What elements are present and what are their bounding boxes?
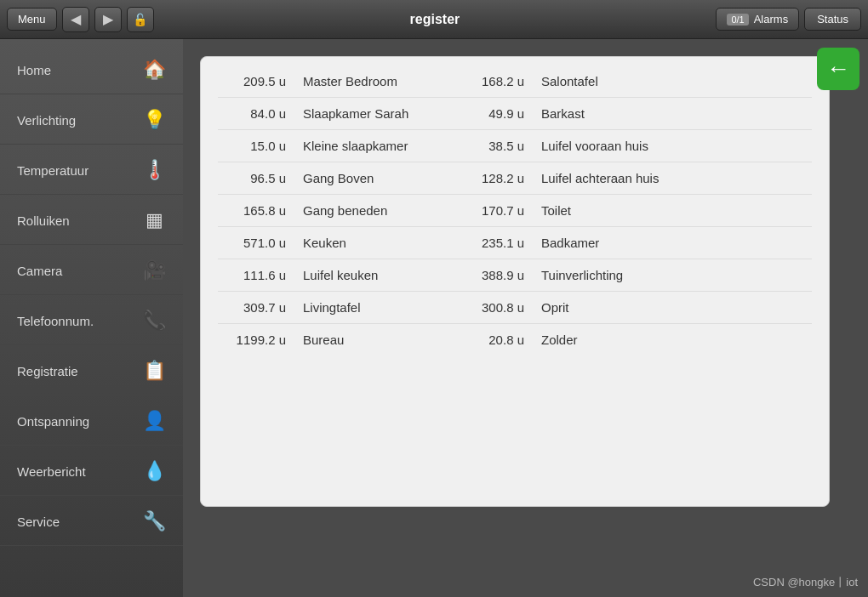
reg-value-left-1: 84.0 u xyxy=(218,106,294,121)
reg-value-left-5: 571.0 u xyxy=(218,236,294,250)
reg-name-right-5: Badkamer xyxy=(533,236,812,250)
sidebar-icon-7: 👤 xyxy=(139,406,169,436)
sidebar-label: Temperatuur xyxy=(17,163,139,178)
sidebar-icon-2: 🌡️ xyxy=(139,155,169,185)
reg-value-left-8: 1199.2 u xyxy=(218,333,294,347)
reg-name-left-4: Gang beneden xyxy=(294,203,456,218)
back-nav-button[interactable]: ◀ xyxy=(62,7,89,32)
sidebar-item-temperatuur[interactable]: Temperatuur 🌡️ xyxy=(0,146,183,195)
sidebar-label: Verlichting xyxy=(17,113,139,128)
table-row: 571.0 u Keuken 235.1 u Badkamer xyxy=(218,227,812,259)
reg-name-left-5: Keuken xyxy=(294,236,456,250)
sidebar-item-weerbericht[interactable]: Weerbericht 💧 xyxy=(0,447,183,496)
reg-name-right-7: Oprit xyxy=(533,300,812,315)
forward-nav-button[interactable]: ▶ xyxy=(94,7,122,32)
reg-value-left-0: 209.5 u xyxy=(218,74,294,88)
reg-name-left-8: Bureau xyxy=(294,333,456,347)
header: Menu ◀ ▶ 🔓 register 0/1 Alarms Status xyxy=(0,0,868,39)
reg-value-left-6: 111.6 u xyxy=(218,268,294,282)
status-button[interactable]: Status xyxy=(804,8,861,31)
sidebar-icon-0: 🏠 xyxy=(139,54,169,85)
menu-button[interactable]: Menu xyxy=(7,8,57,31)
reg-value-right-1: 49.9 u xyxy=(456,106,533,121)
footer-attribution: CSDN @hongke丨iot xyxy=(753,575,858,590)
sidebar: Home 🏠 Verlichting 💡 Temperatuur 🌡️ Roll… xyxy=(0,39,183,597)
reg-name-left-3: Gang Boven xyxy=(294,171,456,185)
content-area: ← 209.5 u Master Bedroom 168.2 u Salonta… xyxy=(183,39,868,597)
reg-value-right-4: 170.7 u xyxy=(456,203,533,218)
reg-name-left-0: Master Bedroom xyxy=(294,74,456,88)
reg-value-right-0: 168.2 u xyxy=(456,74,533,88)
alarm-badge: 0/1 xyxy=(727,14,748,26)
sidebar-item-verlichting[interactable]: Verlichting 💡 xyxy=(0,96,183,145)
reg-name-right-0: Salontafel xyxy=(533,74,812,88)
reg-name-right-2: Luifel vooraan huis xyxy=(533,139,812,153)
reg-name-left-6: Luifel keuken xyxy=(294,268,456,282)
lock-button[interactable]: 🔓 xyxy=(127,7,154,32)
reg-value-right-5: 235.1 u xyxy=(456,236,533,250)
sidebar-item-ontspanning[interactable]: Ontspanning 👤 xyxy=(0,397,183,446)
reg-value-left-3: 96.5 u xyxy=(218,171,294,185)
sidebar-icon-3: ▦ xyxy=(139,205,169,236)
reg-value-right-2: 38.5 u xyxy=(456,139,533,153)
sidebar-item-registratie[interactable]: Registratie 📋 xyxy=(0,347,183,395)
reg-name-right-6: Tuinverlichting xyxy=(533,268,812,282)
back-button[interactable]: ← xyxy=(817,48,859,90)
reg-value-right-3: 128.2 u xyxy=(456,171,533,185)
sidebar-item-camera[interactable]: Camera 🎥 xyxy=(0,247,183,295)
reg-value-right-6: 388.9 u xyxy=(456,268,533,282)
table-row: 96.5 u Gang Boven 128.2 u Luifel achtera… xyxy=(218,162,812,195)
table-row: 209.5 u Master Bedroom 168.2 u Salontafe… xyxy=(218,65,812,98)
sidebar-icon-4: 🎥 xyxy=(139,255,169,286)
sidebar-label: Camera xyxy=(17,264,139,278)
reg-name-left-7: Livingtafel xyxy=(294,300,456,315)
sidebar-icon-6: 📋 xyxy=(139,355,169,386)
sidebar-item-rolluiken[interactable]: Rolluiken ▦ xyxy=(0,196,183,245)
reg-name-right-4: Toilet xyxy=(533,203,812,218)
reg-name-left-1: Slaapkamer Sarah xyxy=(294,106,456,121)
sidebar-label: Ontspanning xyxy=(17,414,139,429)
table-row: 111.6 u Luifel keuken 388.9 u Tuinverlic… xyxy=(218,259,812,292)
back-arrow-icon: ← xyxy=(826,55,850,82)
reg-name-right-8: Zolder xyxy=(533,333,812,347)
sidebar-icon-5: 📞 xyxy=(139,305,169,336)
sidebar-label: Registratie xyxy=(17,364,139,378)
table-row: 1199.2 u Bureau 20.8 u Zolder xyxy=(218,324,812,355)
table-row: 84.0 u Slaapkamer Sarah 49.9 u Barkast xyxy=(218,98,812,130)
reg-value-left-2: 15.0 u xyxy=(218,139,294,153)
table-row: 165.8 u Gang beneden 170.7 u Toilet xyxy=(218,195,812,227)
alarms-label: Alarms xyxy=(754,13,788,26)
table-row: 309.7 u Livingtafel 300.8 u Oprit xyxy=(218,292,812,324)
sidebar-label: Service xyxy=(17,515,139,529)
register-panel: 209.5 u Master Bedroom 168.2 u Salontafe… xyxy=(200,56,830,507)
sidebar-item-telefoonnum[interactable]: Telefoonnum. 📞 xyxy=(0,297,183,345)
sidebar-icon-9: 🔧 xyxy=(139,506,169,537)
reg-name-right-1: Barkast xyxy=(533,106,812,121)
sidebar-label: Telefoonnum. xyxy=(17,314,139,328)
reg-value-right-8: 20.8 u xyxy=(456,333,533,347)
sidebar-icon-8: 💧 xyxy=(139,456,169,486)
sidebar-label: Weerbericht xyxy=(17,464,139,479)
reg-value-left-7: 309.7 u xyxy=(218,300,294,315)
reg-value-left-4: 165.8 u xyxy=(218,203,294,218)
page-title: register xyxy=(159,12,711,27)
main-area: Home 🏠 Verlichting 💡 Temperatuur 🌡️ Roll… xyxy=(0,39,868,597)
alarms-button[interactable]: 0/1 Alarms xyxy=(716,8,799,31)
reg-value-right-7: 300.8 u xyxy=(456,300,533,315)
reg-name-right-3: Luifel achteraan huis xyxy=(533,171,812,185)
table-row: 15.0 u Kleine slaapkamer 38.5 u Luifel v… xyxy=(218,130,812,162)
sidebar-item-service[interactable]: Service 🔧 xyxy=(0,498,183,546)
reg-name-left-2: Kleine slaapkamer xyxy=(294,139,456,153)
sidebar-item-home[interactable]: Home 🏠 xyxy=(0,46,183,94)
sidebar-label: Rolluiken xyxy=(17,213,139,228)
sidebar-icon-1: 💡 xyxy=(139,105,169,135)
sidebar-label: Home xyxy=(17,63,139,77)
